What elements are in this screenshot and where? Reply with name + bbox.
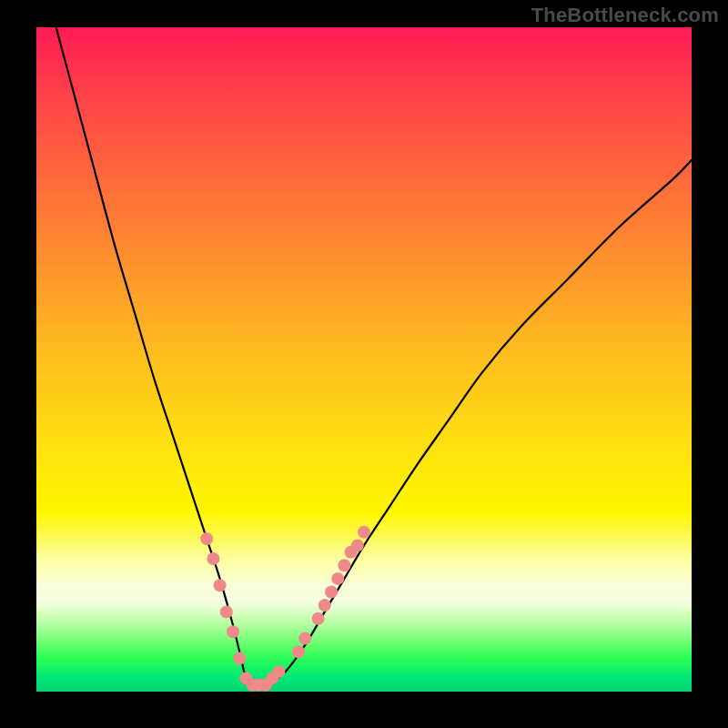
marker-dot bbox=[200, 532, 213, 545]
marker-dot bbox=[358, 526, 370, 539]
marker-dot bbox=[272, 665, 285, 678]
chart-svg bbox=[36, 27, 692, 692]
marker-dot bbox=[298, 632, 311, 645]
marker-dot bbox=[214, 579, 227, 592]
marker-dot bbox=[331, 572, 344, 585]
marker-dot bbox=[227, 625, 239, 638]
plot-area bbox=[36, 27, 692, 692]
marker-dots bbox=[200, 526, 370, 692]
marker-dot bbox=[325, 586, 338, 599]
marker-dot bbox=[351, 539, 364, 551]
marker-dot bbox=[220, 605, 233, 618]
marker-dot bbox=[207, 552, 219, 565]
marker-dot bbox=[292, 645, 305, 658]
marker-dot bbox=[312, 612, 325, 625]
chart-frame: TheBottleneck.com bbox=[0, 0, 728, 728]
bottleneck-curve bbox=[56, 27, 692, 686]
attribution-label: TheBottleneck.com bbox=[531, 4, 719, 27]
marker-dot bbox=[233, 652, 246, 665]
marker-dot bbox=[338, 559, 350, 571]
marker-dot bbox=[318, 599, 331, 612]
